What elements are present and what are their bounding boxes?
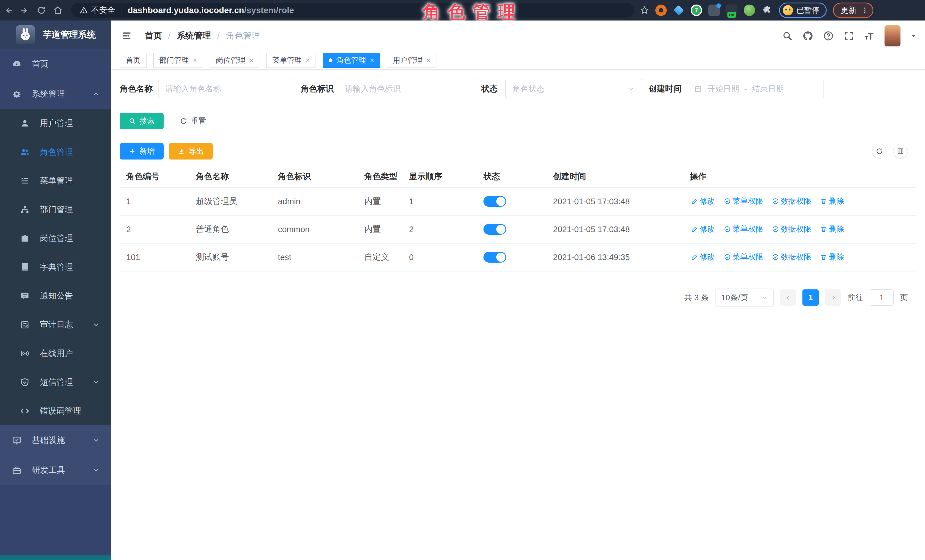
browser-update-button[interactable]: 更新: [833, 3, 874, 18]
sidebar-item-roles[interactable]: 角色管理: [0, 138, 111, 166]
tab-users[interactable]: 用户管理×: [387, 53, 437, 68]
edit-link[interactable]: 修改: [691, 224, 715, 234]
tab-departments[interactable]: 部门管理×: [154, 53, 203, 68]
app-logo-rabbit: [16, 26, 35, 44]
extension-icon-tampermonkey[interactable]: on: [726, 5, 737, 16]
table-refresh-button[interactable]: [872, 144, 887, 159]
logo-row[interactable]: 芋道管理系统: [0, 21, 111, 49]
code-icon: [20, 406, 30, 416]
sidebar-item-notice[interactable]: 通知公告: [0, 281, 111, 310]
role-key-field[interactable]: [345, 84, 469, 93]
user-icon: [20, 119, 30, 128]
header-search-icon[interactable]: [782, 30, 793, 41]
tab-roles[interactable]: 角色管理×: [323, 53, 380, 68]
start-date-placeholder[interactable]: 开始日期: [707, 84, 739, 94]
data-permission-link[interactable]: 数据权限: [772, 196, 812, 206]
menu-permission-link[interactable]: 菜单权限: [724, 252, 763, 262]
annotation-overlay-title: 角色管理: [422, 0, 523, 24]
prev-page-button[interactable]: [780, 290, 796, 306]
sidebar-item-home[interactable]: 首页: [0, 49, 111, 79]
tab-menus[interactable]: 菜单管理×: [266, 53, 316, 68]
bookmark-star-icon[interactable]: [640, 6, 649, 15]
tab-home[interactable]: 首页: [120, 53, 146, 68]
sidebar-item-menus[interactable]: 菜单管理: [0, 166, 111, 195]
browser-menu-icon[interactable]: [861, 6, 869, 14]
date-range-picker[interactable]: 开始日期 - 结束日期: [687, 79, 824, 99]
close-icon[interactable]: ×: [426, 56, 431, 65]
sidebar-item-posts[interactable]: 岗位管理: [0, 224, 111, 253]
sidebar-item-dev-tools[interactable]: 研发工具: [0, 455, 111, 485]
role-key-input[interactable]: [338, 79, 476, 99]
sidebar-item-sms[interactable]: 短信管理: [0, 368, 111, 396]
sidebar-item-users[interactable]: 用户管理: [0, 109, 111, 138]
hamburger-icon[interactable]: [121, 30, 132, 42]
home-icon[interactable]: [50, 2, 66, 18]
tab-posts[interactable]: 岗位管理×: [210, 53, 259, 68]
sidebar-item-error-codes[interactable]: 错误码管理: [0, 396, 111, 425]
broadcast-icon: [20, 349, 30, 358]
data-permission-link[interactable]: 数据权限: [772, 224, 812, 234]
back-icon[interactable]: [0, 2, 17, 18]
role-name-input[interactable]: [158, 79, 295, 99]
page-size-select[interactable]: 10条/页: [715, 288, 774, 307]
status-toggle[interactable]: [484, 224, 506, 235]
forward-icon[interactable]: [17, 2, 33, 18]
close-icon[interactable]: ×: [193, 56, 197, 65]
avatar-caret-icon[interactable]: [910, 33, 917, 39]
breadcrumb-home[interactable]: 首页: [145, 30, 162, 42]
search-button[interactable]: 搜索: [120, 113, 164, 129]
page-number-active[interactable]: 1: [802, 290, 819, 306]
status-toggle[interactable]: [484, 252, 506, 263]
sidebar-item-departments[interactable]: 部门管理: [0, 195, 111, 224]
export-button[interactable]: 导出: [169, 143, 212, 159]
edit-link[interactable]: 修改: [691, 252, 715, 262]
status-select[interactable]: 角色状态: [505, 79, 642, 99]
end-date-placeholder[interactable]: 结束日期: [752, 84, 784, 94]
help-icon[interactable]: [823, 30, 834, 41]
github-icon[interactable]: [802, 30, 813, 41]
fullscreen-icon[interactable]: [844, 30, 854, 41]
table-row: 2 普通角色 common 内置 2 2021-01-05 17:03:48 修…: [120, 215, 916, 243]
user-avatar[interactable]: [884, 26, 901, 47]
profile-paused-chip[interactable]: 已暂停: [779, 3, 827, 18]
breadcrumb-current: 角色管理: [226, 30, 260, 42]
menu-permission-link[interactable]: 菜单权限: [724, 224, 763, 234]
close-icon[interactable]: ×: [306, 56, 310, 65]
close-icon[interactable]: ×: [249, 56, 253, 65]
sidebar-item-audit-log[interactable]: 审计日志: [0, 310, 111, 339]
add-button[interactable]: 新增: [120, 143, 164, 159]
breadcrumb-section[interactable]: 系统管理: [177, 30, 211, 42]
extension-icon-orange[interactable]: [655, 5, 667, 16]
close-icon[interactable]: ×: [370, 56, 374, 65]
edit-link[interactable]: 修改: [691, 196, 715, 206]
extension-icon-badge[interactable]: [708, 5, 720, 16]
status-label: 状态: [481, 83, 501, 95]
sidebar-item-label: 通知公告: [40, 290, 73, 302]
extension-icon-leaf[interactable]: [744, 5, 755, 16]
sidebar-item-dictionary[interactable]: 字典管理: [0, 253, 111, 281]
address-bar[interactable]: 不安全 dashboard.yudao.iocoder.cn/system/ro…: [71, 3, 634, 18]
sidebar-item-infrastructure[interactable]: 基础设施: [0, 425, 111, 455]
column-settings-button[interactable]: [893, 144, 908, 159]
extension-icon-gem[interactable]: [673, 5, 684, 16]
chevron-down-icon: [761, 294, 768, 301]
col-status: 状态: [477, 166, 547, 188]
circle-check-icon: [772, 198, 779, 205]
delete-link[interactable]: 删除: [820, 252, 844, 262]
sidebar-item-online-users[interactable]: 在线用户: [0, 339, 111, 368]
reload-icon[interactable]: [33, 2, 50, 18]
delete-link[interactable]: 删除: [820, 224, 844, 234]
reset-button[interactable]: 重置: [171, 113, 215, 129]
extensions-puzzle-icon[interactable]: [761, 5, 773, 16]
data-permission-link[interactable]: 数据权限: [772, 252, 812, 262]
sidebar-item-system[interactable]: 系统管理: [0, 79, 111, 109]
next-page-button[interactable]: [825, 290, 841, 306]
font-size-icon[interactable]: [864, 30, 875, 41]
sidebar-item-label: 菜单管理: [40, 175, 73, 186]
delete-link[interactable]: 删除: [820, 196, 844, 206]
extension-icon-green[interactable]: 7: [691, 5, 702, 16]
role-name-field[interactable]: [165, 84, 288, 93]
goto-page-input[interactable]: [870, 290, 893, 306]
menu-permission-link[interactable]: 菜单权限: [724, 196, 763, 206]
status-toggle[interactable]: [484, 196, 506, 207]
